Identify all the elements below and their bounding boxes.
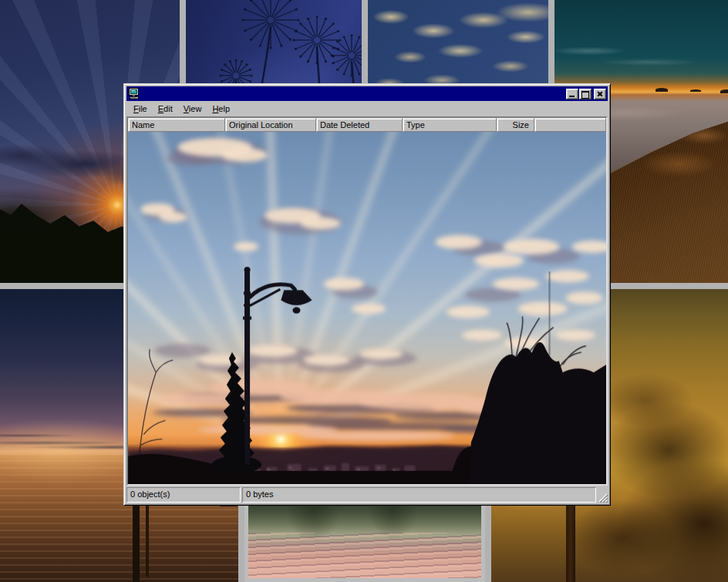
status-bar: 0 object(s) 0 bytes [126, 487, 608, 503]
maximize-icon [581, 91, 589, 99]
column-header-size[interactable]: Size [497, 118, 534, 132]
column-header-row: Name Original Location Date Deleted Type… [128, 118, 606, 132]
close-button[interactable] [594, 89, 606, 99]
maximize-button[interactable] [579, 89, 592, 99]
minimize-icon [569, 96, 575, 97]
titlebar[interactable] [126, 86, 608, 101]
column-header-type[interactable]: Type [403, 118, 497, 132]
menu-edit[interactable]: Edit [153, 103, 178, 115]
computer-icon[interactable] [128, 88, 140, 99]
water-pole [133, 499, 140, 582]
column-header-name[interactable]: Name [128, 118, 225, 132]
column-header-filler [534, 118, 606, 132]
minimize-button[interactable] [566, 89, 578, 99]
recycle-bin-window: File Edit View Help Name Original Locati… [123, 83, 611, 506]
status-objects: 0 object(s) [126, 487, 241, 503]
distant-islands [656, 88, 668, 92]
menu-help[interactable]: Help [207, 103, 235, 115]
sunset-scene [128, 132, 606, 484]
list-background-photo-streetlamp-sunset[interactable] [128, 132, 606, 484]
column-header-date-deleted[interactable]: Date Deleted [316, 118, 403, 132]
column-header-original-location[interactable]: Original Location [225, 118, 316, 132]
menu-bar: File Edit View Help [126, 101, 608, 116]
water-pole [146, 503, 149, 577]
menu-view[interactable]: View [178, 103, 207, 115]
menu-file[interactable]: File [128, 103, 153, 115]
file-list-view[interactable]: Name Original Location Date Deleted Type… [126, 116, 608, 486]
status-bytes: 0 bytes [242, 487, 596, 503]
cypress-base [212, 456, 261, 473]
resize-grip[interactable] [598, 493, 608, 503]
